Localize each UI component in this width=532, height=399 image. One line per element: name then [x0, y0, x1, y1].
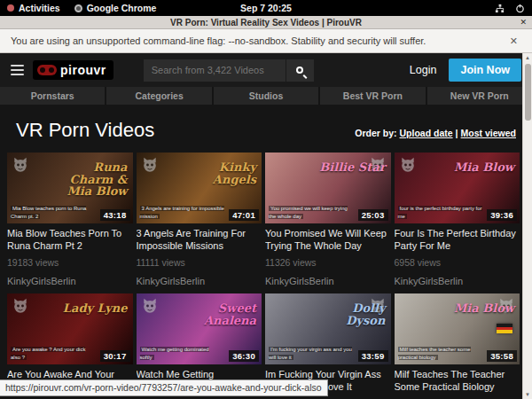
video-studio-link[interactable]: KinkyGirlsBerlin: [7, 276, 133, 286]
video-card[interactable]: Billie StarYou promised we will keep try…: [265, 153, 391, 286]
window-title: VR Porn: Virtual Reality Sex Videos | Pi…: [170, 18, 362, 27]
nav-item-pornstars[interactable]: Pornstars: [0, 87, 105, 105]
order-by-most-viewed-link[interactable]: Most viewed: [461, 128, 516, 138]
activities-button[interactable]: Activities: [7, 3, 60, 13]
video-card[interactable]: Mia BlowMilf teaches the teacher some pr…: [395, 293, 520, 399]
studio-cat-logo-icon: [399, 156, 417, 177]
video-card[interactable]: Runa Charm & Mia BlowMia Blow teaches po…: [7, 153, 133, 286]
order-by-label: Order by:: [355, 128, 396, 138]
video-thumbnail[interactable]: Kinky Angels3 Angels are training for im…: [137, 153, 262, 223]
active-app-menu[interactable]: Google Chrome: [74, 3, 157, 13]
nav-item-best-vr-porn[interactable]: Best VR Porn: [320, 87, 425, 105]
video-thumbnail[interactable]: Mia Blowfour is the perfect birthday par…: [395, 153, 520, 223]
duration-badge: 39:36: [487, 209, 517, 221]
thumbnail-overlay-name: Dolly Dyson: [315, 302, 386, 326]
logo-text: pirouvr: [60, 63, 106, 77]
active-app-label: Google Chrome: [87, 3, 157, 13]
studio-cat-logo-icon: [141, 156, 159, 177]
thumbnail-caption: You promised we will keep trying the who…: [269, 205, 354, 220]
main-nav: Pornstars Categories Studios Best VR Por…: [0, 87, 532, 105]
vr-goggles-icon: [37, 65, 57, 75]
duration-badge: 47:01: [229, 209, 259, 221]
system-top-bar: Activities Google Chrome Sep 7 20:25: [0, 0, 532, 16]
video-thumbnail[interactable]: Runa Charm & Mia BlowMia Blow teaches po…: [7, 153, 133, 223]
duration-badge: 36:30: [229, 350, 259, 362]
order-by-upload-date-link[interactable]: Upload date: [400, 128, 453, 138]
warning-close-icon[interactable]: ✕: [506, 35, 521, 47]
nav-item-categories[interactable]: Categories: [106, 87, 211, 105]
login-link[interactable]: Login: [410, 64, 437, 76]
thumbnail-caption: I'm fucking your virgin ass and you will…: [269, 346, 354, 361]
duration-badge: 33:59: [358, 350, 388, 362]
scroll-down-icon[interactable]: ▼: [525, 390, 530, 399]
thumbnail-overlay-name: Runa Charm & Mia Blow: [57, 161, 128, 198]
scrollbar-thumb[interactable]: [525, 64, 531, 121]
chrome-icon: [74, 4, 82, 12]
video-thumbnail[interactable]: Dolly DysonI'm fucking your virgin ass a…: [265, 293, 391, 364]
studio-cat-logo-icon: [12, 297, 29, 318]
thumbnail-caption: Mia Blow teaches porn to Runa Charm pt. …: [11, 205, 96, 220]
network-icon[interactable]: [495, 4, 505, 13]
thumbnail-overlay-name: Sweet Analena: [185, 302, 256, 326]
status-bar-url: https://pirouvr.com/vr-porn-video/779325…: [0, 379, 328, 396]
thumbnail-overlay-name: Kinky Angels: [185, 161, 256, 185]
thumbnail-caption: 3 Angels are training for impossible mis…: [140, 205, 225, 220]
page-content: pirouvr Login Join Now Pornstars Categor…: [0, 53, 532, 399]
video-views: 19183 views: [7, 257, 133, 268]
vertical-scrollbar[interactable]: ▲ ▼: [522, 53, 532, 399]
video-views: 6958 views: [395, 257, 520, 268]
video-title[interactable]: Mia Blow Teaches Porn To Runa Charm Pt 2: [7, 228, 133, 253]
video-title[interactable]: Four Is The Perfect Birthday Party For M…: [395, 228, 520, 253]
thumbnail-caption: four is the perfect birthday party for m…: [398, 205, 483, 220]
search-button[interactable]: [286, 59, 314, 82]
video-title[interactable]: 3 Angels Are Training For Impossible Mis…: [137, 228, 262, 253]
video-grid: Runa Charm & Mia BlowMia Blow teaches po…: [7, 153, 520, 399]
browser-title-bar: VR Porn: Virtual Reality Sex Videos | Pi…: [0, 16, 532, 29]
page-title: VR Porn Videos: [16, 119, 154, 142]
sandbox-warning-bar: You are using an unsupported command-lin…: [0, 29, 532, 53]
thumbnail-caption: Watch me getting dominated softly: [140, 346, 225, 361]
video-card[interactable]: Kinky Angels3 Angels are training for im…: [137, 153, 262, 286]
warning-message: You are using an unsupported command-lin…: [11, 35, 426, 46]
video-thumbnail[interactable]: Sweet AnalenaWatch me getting dominated …: [137, 293, 262, 364]
studio-cat-logo-icon: [141, 297, 159, 318]
power-icon[interactable]: [515, 4, 525, 13]
thumbnail-overlay-name: Lady Lyne: [63, 302, 128, 315]
duration-badge: 30:17: [100, 350, 130, 362]
video-studio-link[interactable]: KinkyGirlsBerlin: [395, 276, 520, 286]
thumbnail-overlay-name: Mia Blow: [454, 302, 514, 315]
german-flag-icon: [497, 324, 512, 333]
video-studio-link[interactable]: KinkyGirlsBerlin: [265, 276, 391, 286]
thumbnail-caption: Are you awake ? And your dick also ?: [11, 346, 96, 361]
video-thumbnail[interactable]: Mia BlowMilf teaches the teacher some pr…: [395, 293, 520, 364]
site-logo[interactable]: pirouvr: [33, 60, 113, 80]
video-studio-link[interactable]: KinkyGirlsBerlin: [137, 276, 262, 286]
duration-badge: 43:18: [100, 209, 130, 221]
nav-item-studios[interactable]: Studios: [214, 87, 318, 105]
activities-label: Activities: [19, 3, 60, 13]
window-close-icon[interactable]: ✕: [520, 19, 527, 27]
order-by-controls: Order by: Upload date|Most viewed: [355, 128, 516, 142]
thumbnail-caption: Milf teaches the teacher some practical …: [398, 346, 483, 361]
video-views: 11111 views: [137, 257, 262, 268]
menu-hamburger-icon[interactable]: [11, 63, 24, 78]
thumbnail-overlay-name: Billie Star: [319, 161, 385, 174]
scroll-up-icon[interactable]: ▲: [525, 53, 530, 62]
video-thumbnail[interactable]: Billie StarYou promised we will keep try…: [265, 153, 391, 223]
nav-item-new-vr-porn[interactable]: New VR Porn: [427, 87, 532, 105]
activities-icon: [7, 4, 14, 12]
clock[interactable]: Sep 7 20:25: [240, 3, 292, 13]
site-header: pirouvr Login Join Now: [0, 53, 532, 87]
video-views: 11326 views: [265, 257, 391, 268]
search-bar: [144, 59, 314, 82]
thumbnail-overlay-name: Mia Blow: [454, 161, 514, 174]
video-title[interactable]: You Promised We Will Keep Trying The Who…: [265, 228, 391, 253]
duration-badge: 35:58: [487, 350, 517, 362]
duration-badge: 25:03: [358, 209, 388, 221]
video-card[interactable]: Mia Blowfour is the perfect birthday par…: [395, 153, 520, 286]
search-icon: [296, 66, 303, 74]
video-title[interactable]: Milf Teaches The Teacher Some Practical …: [395, 369, 520, 394]
join-now-button[interactable]: Join Now: [449, 59, 521, 82]
video-thumbnail[interactable]: Lady LyneAre you awake ? And your dick a…: [7, 293, 133, 364]
search-input[interactable]: [144, 59, 286, 82]
